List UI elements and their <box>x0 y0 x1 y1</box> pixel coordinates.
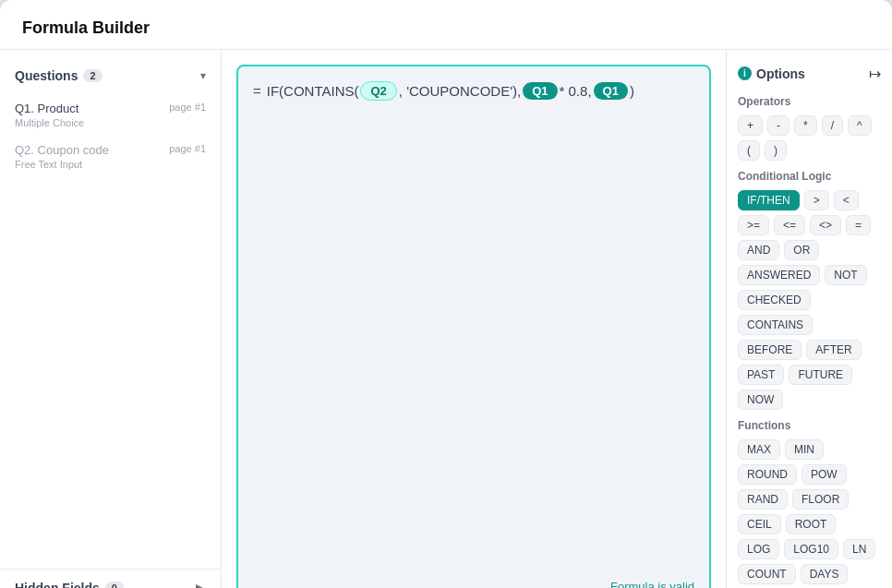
question-item-q2[interactable]: Q2. Coupon code page #1 Free Text Input <box>0 136 221 177</box>
question-item-q1[interactable]: Q1. Product page #1 Multiple Choice <box>0 94 221 136</box>
operator-close-paren[interactable]: ) <box>765 140 787 161</box>
operator-plus[interactable]: + <box>738 115 763 136</box>
fn-ceil[interactable]: CEIL <box>738 514 781 534</box>
options-title: i Options <box>738 66 805 81</box>
fn-ln[interactable]: LN <box>843 539 875 559</box>
q2-label: Q2. Coupon code <box>15 143 109 157</box>
functions-group: MAX MIN ROUND POW RAND FLOOR CEIL ROOT L… <box>738 439 881 584</box>
questions-section-header[interactable]: Questions 2 ▾ <box>0 65 221 94</box>
fn-log[interactable]: LOG <box>738 539 779 559</box>
sidebar: Questions 2 ▾ Q1. Product page #1 Multip… <box>0 50 222 588</box>
cond-checked[interactable]: CHECKED <box>738 290 811 310</box>
cond-and[interactable]: AND <box>738 240 779 260</box>
conditional-label: Conditional Logic <box>738 170 881 183</box>
operators-label: Operators <box>738 95 881 108</box>
cond-future[interactable]: FUTURE <box>789 365 852 385</box>
options-header: i Options ↦ <box>738 65 881 82</box>
q2-page: page #1 <box>169 143 206 157</box>
operator-power[interactable]: ^ <box>848 115 872 136</box>
cond-eq[interactable]: = <box>846 215 871 235</box>
formula-suffix: ) <box>630 83 634 99</box>
formula-editor[interactable]: = IF(CONTAINS( Q2 , 'COUPONCODE'), Q1 * … <box>236 65 711 588</box>
fn-pow[interactable]: POW <box>802 464 847 485</box>
cond-if-then[interactable]: IF/THEN <box>738 190 800 210</box>
formula-area: = IF(CONTAINS( Q2 , 'COUPONCODE'), Q1 * … <box>222 50 726 588</box>
formula-middle1: , 'COUPONCODE'), <box>399 83 521 99</box>
cond-contains[interactable]: CONTAINS <box>738 315 813 335</box>
questions-badge: 2 <box>83 69 102 82</box>
formula-q1-chip1[interactable]: Q1 <box>523 82 557 100</box>
modal-title: Formula Builder <box>22 18 150 37</box>
operators-group: + - * / ^ ( ) <box>738 115 881 161</box>
formula-prefix: IF(CONTAINS( <box>267 83 359 99</box>
q1-type: Multiple Choice <box>15 117 206 128</box>
info-icon: i <box>738 66 752 80</box>
q1-label: Q1. Product <box>15 102 78 115</box>
fn-floor[interactable]: FLOOR <box>792 489 849 510</box>
functions-label: Functions <box>738 419 881 432</box>
chevron-down-icon: ▾ <box>200 69 206 82</box>
operator-multiply[interactable]: * <box>794 115 817 136</box>
modal-body: Questions 2 ▾ Q1. Product page #1 Multip… <box>0 50 892 588</box>
fn-max[interactable]: MAX <box>738 439 780 460</box>
hidden-fields-section[interactable]: Hidden Fields 0 ▶ <box>0 569 221 588</box>
fn-rand[interactable]: RAND <box>738 489 788 510</box>
formula-valid-text: Formula is valid <box>610 580 694 588</box>
hidden-fields-badge: 0 <box>105 582 124 588</box>
export-icon[interactable]: ↦ <box>869 65 881 82</box>
fn-root[interactable]: ROOT <box>786 514 837 534</box>
operator-open-paren[interactable]: ( <box>738 140 760 161</box>
arrow-right-icon: ▶ <box>196 581 206 588</box>
operator-minus[interactable]: - <box>767 115 790 136</box>
cond-not[interactable]: NOT <box>825 265 866 285</box>
cond-after[interactable]: AFTER <box>806 340 861 360</box>
options-panel: i Options ↦ Operators + - * / ^ ( ) Cond… <box>726 50 892 588</box>
operator-divide[interactable]: / <box>822 115 843 136</box>
fn-min[interactable]: MIN <box>785 439 824 460</box>
fn-log10[interactable]: LOG10 <box>784 539 838 559</box>
cond-or[interactable]: OR <box>784 240 819 260</box>
modal-header: Formula Builder <box>0 0 892 50</box>
formula-q1-chip2[interactable]: Q1 <box>594 82 628 100</box>
cond-neq[interactable]: <> <box>810 215 841 235</box>
formula-eq-sign: = <box>253 83 261 99</box>
formula-builder-modal: Formula Builder Questions 2 ▾ Q1. Produc… <box>0 0 892 588</box>
formula-content: = IF(CONTAINS( Q2 , 'COUPONCODE'), Q1 * … <box>253 81 694 101</box>
cond-answered[interactable]: ANSWERED <box>738 265 820 285</box>
cond-lt[interactable]: < <box>834 190 859 210</box>
fn-round[interactable]: ROUND <box>738 464 797 485</box>
cond-now[interactable]: NOW <box>738 390 783 410</box>
cond-gt[interactable]: > <box>804 190 829 210</box>
cond-before[interactable]: BEFORE <box>738 340 802 360</box>
q2-type: Free Text Input <box>15 159 206 170</box>
fn-days[interactable]: DAYS <box>801 564 849 584</box>
hidden-fields-label: Hidden Fields 0 <box>15 581 124 588</box>
questions-label: Questions 2 <box>15 68 102 83</box>
cond-gte[interactable]: >= <box>738 215 769 235</box>
formula-q2-chip[interactable]: Q2 <box>360 81 396 101</box>
cond-past[interactable]: PAST <box>738 365 784 385</box>
fn-count[interactable]: COUNT <box>738 564 796 584</box>
q1-page: page #1 <box>169 102 206 115</box>
cond-lte[interactable]: <= <box>774 215 805 235</box>
conditional-group: IF/THEN > < >= <= <> = AND OR ANSWERED N… <box>738 190 881 410</box>
formula-middle2: * 0.8, <box>560 83 592 99</box>
